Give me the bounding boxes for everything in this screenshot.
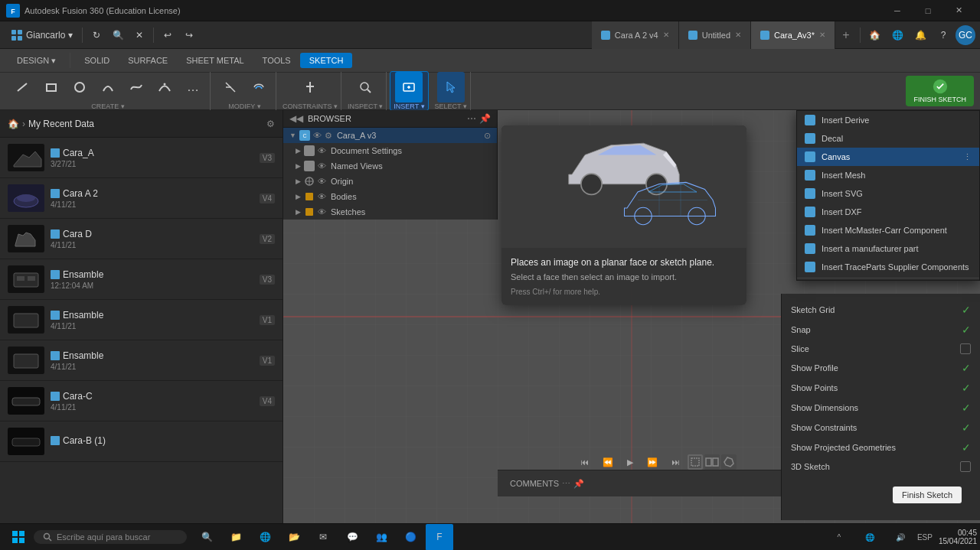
slice-item[interactable]: Slice [782, 340, 980, 358]
taskbar-icon-mail[interactable]: ✉ [309, 524, 337, 551]
taskbar-icon-edge[interactable]: 🌐 [251, 524, 279, 551]
root-activate-icon[interactable]: ⊙ [484, 131, 491, 141]
design-dropdown-button[interactable]: DESIGN ▾ [8, 53, 65, 69]
show-constraints-item[interactable]: Show Constraints ✓ [782, 418, 980, 438]
sidebar-item-cara-b[interactable]: Cara-B (1) [0, 421, 283, 462]
globe-button[interactable]: 🌐 [887, 24, 908, 46]
arc-tool[interactable] [94, 72, 122, 103]
insert-decal-item[interactable]: Decal [797, 129, 979, 148]
show-dimensions-item[interactable]: Show Dimensions ✓ [782, 398, 980, 418]
sketches-eye[interactable]: 👁 [318, 207, 326, 216]
sidebar-item-cara-a2[interactable]: Cara A 2 4/11/21 V4 [0, 178, 283, 219]
browser-item-sketches[interactable]: ▶ 👁 Sketches [283, 204, 497, 220]
browser-collapse-icon[interactable]: ◀◀ [289, 113, 303, 124]
sketch-grid-item[interactable]: Sketch Grid ✓ [782, 300, 980, 320]
cara-a-ver[interactable]: V3 [260, 153, 275, 163]
named-views-eye[interactable]: 👁 [318, 161, 326, 171]
comments-pin[interactable]: 📌 [573, 479, 584, 489]
close-doc-button[interactable]: ✕ [129, 24, 150, 46]
tab-cara-av3[interactable]: Cara_Av3* ✕ [751, 21, 835, 49]
origin-eye[interactable]: 👁 [318, 177, 326, 186]
insert-derive-item[interactable]: Insert Derive [797, 111, 979, 129]
insert-dxf-item[interactable]: Insert DXF [797, 203, 979, 221]
show-profile-item[interactable]: Show Profile ✓ [782, 358, 980, 378]
new-tab-button[interactable]: + [835, 24, 857, 46]
systray-chevron[interactable]: ^ [825, 524, 853, 551]
play-prev[interactable]: ⏪ [596, 455, 619, 470]
browser-item-doc-settings[interactable]: ▶ 👁 Document Settings [283, 143, 497, 158]
show-projected-item[interactable]: Show Projected Geometries ✓ [782, 438, 980, 457]
language-indicator[interactable]: ESP [917, 533, 933, 542]
taskbar-search[interactable]: Escribe aquí para buscar [34, 530, 187, 544]
start-button[interactable] [3, 526, 34, 548]
more-create-tools[interactable]: … [179, 72, 207, 103]
insert-mesh-item[interactable]: Insert Mesh [797, 166, 979, 184]
account-avatar[interactable]: GC [956, 25, 975, 45]
sidebar-item-cara-d[interactable]: Cara D 4/11/21 V2 [0, 219, 283, 259]
taskbar-icon-zoom[interactable]: 💬 [338, 524, 366, 551]
doc-settings-eye[interactable]: 👁 [318, 146, 326, 155]
browser-item-root[interactable]: ▼ C 👁 ⚙ Cara_A v3 ⊙ [283, 128, 497, 143]
select-chain-icon[interactable] [704, 454, 720, 470]
browser-item-bodies[interactable]: ▶ 👁 Bodies [283, 189, 497, 204]
mode-sketch[interactable]: SKETCH [300, 53, 353, 68]
sidebar-item-ensamble1[interactable]: Ensamble 12:12:04 AM V3 [0, 259, 283, 300]
close-button[interactable]: ✕ [943, 0, 974, 21]
systray-volume[interactable]: 🔊 [887, 524, 914, 551]
home-button[interactable]: 🏠 [864, 24, 885, 46]
show-points-item[interactable]: Show Points ✓ [782, 378, 980, 398]
tab-close-3[interactable]: ✕ [819, 31, 825, 39]
taskbar-icon-files[interactable]: 📁 [222, 524, 250, 551]
tab-cara-a2[interactable]: Cara A 2 v4 ✕ [592, 21, 679, 49]
ensamble1-ver[interactable]: V3 [260, 275, 275, 285]
ensamble3-ver[interactable]: V1 [260, 356, 275, 366]
root-eye-icon[interactable]: 👁 [313, 131, 322, 140]
comments-options[interactable]: ⋯ [562, 479, 570, 489]
bell-button[interactable]: 🔔 [910, 24, 931, 46]
cara-c-ver[interactable]: V4 [260, 396, 275, 406]
redo-button[interactable]: ↪ [178, 24, 200, 46]
inspect-tool[interactable] [351, 72, 379, 103]
browser-item-origin[interactable]: ▶ 👁 Origin [283, 174, 497, 189]
refresh-button[interactable]: ↻ [86, 24, 107, 46]
insert-tool[interactable] [395, 72, 423, 103]
sidebar-item-ensamble2[interactable]: Ensamble 4/11/21 V1 [0, 300, 283, 340]
bodies-eye[interactable]: 👁 [318, 192, 326, 201]
mode-surface[interactable]: SURFACE [119, 53, 177, 68]
finish-sketch-button[interactable]: FINISH SKETCH [906, 76, 974, 106]
cara-d-ver[interactable]: V2 [260, 234, 275, 244]
mode-solid[interactable]: SOLID [75, 53, 119, 68]
browser-options-icon[interactable]: ⋯ [467, 113, 476, 124]
conic-tool[interactable] [151, 72, 178, 103]
browser-pin-icon[interactable]: 📌 [479, 113, 491, 124]
play-play[interactable]: ▶ [621, 455, 639, 470]
insert-traceparts-item[interactable]: Insert TraceParts Supplier Components [797, 258, 979, 276]
taskbar-icon-teams[interactable]: 👥 [368, 524, 395, 551]
rect-tool[interactable] [38, 72, 65, 103]
mode-sheet-metal[interactable]: SHEET METAL [177, 53, 253, 68]
maximize-button[interactable]: □ [913, 0, 943, 21]
browser-item-named-views[interactable]: ▶ 👁 Named Views [283, 158, 497, 174]
play-next[interactable]: ⏩ [641, 455, 664, 470]
taskbar-icon-fusion[interactable]: F [426, 524, 453, 551]
snap-item[interactable]: Snap ✓ [782, 320, 980, 340]
tab-untitled[interactable]: Untitled ✕ [679, 21, 751, 49]
ensamble2-ver[interactable]: V1 [260, 315, 275, 325]
insert-mcmaster-item[interactable]: Insert McMaster-Carr Component [797, 221, 979, 239]
sidebar-item-cara-a[interactable]: Cara_A 3/27/21 V3 [0, 138, 283, 178]
line-tool[interactable] [9, 72, 37, 103]
root-gear-icon[interactable]: ⚙ [325, 131, 332, 141]
more-options-icon[interactable]: ⋮ [963, 152, 972, 162]
sidebar-gear-icon[interactable]: ⚙ [266, 119, 275, 129]
select-lasso-icon[interactable] [721, 454, 737, 470]
3d-sketch-item[interactable]: 3D Sketch [782, 457, 980, 476]
mode-tools[interactable]: TOOLS [253, 53, 300, 68]
play-end[interactable]: ⏭ [665, 455, 686, 469]
insert-manufacturer-item[interactable]: Insert a manufacturer part [797, 239, 979, 258]
offset-tool[interactable] [245, 72, 273, 103]
sidebar-item-ensamble3[interactable]: Ensamble 4/11/21 V1 [0, 340, 283, 381]
account-button[interactable]: Giancarlo ▾ [5, 24, 79, 46]
select-tool[interactable] [437, 72, 465, 103]
undo-button[interactable]: ↩ [157, 24, 178, 46]
select-box-icon[interactable] [688, 454, 703, 470]
